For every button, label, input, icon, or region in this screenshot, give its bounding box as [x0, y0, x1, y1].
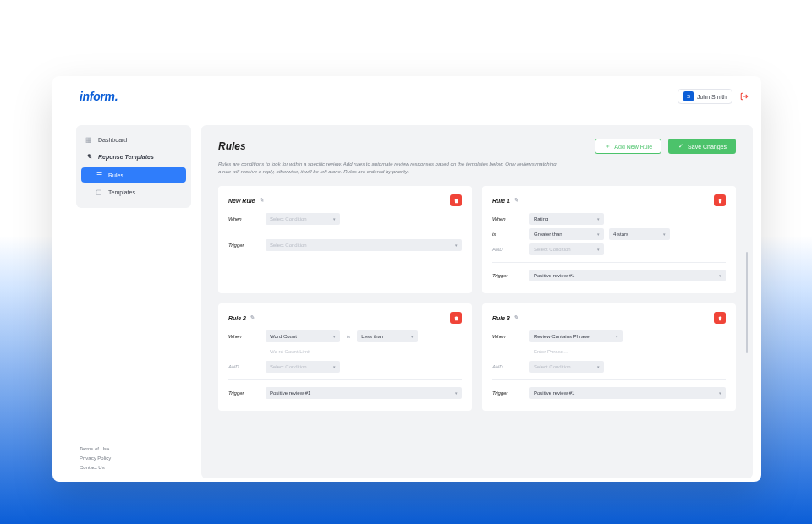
select-trigger[interactable]: Select Condition ▾	[266, 239, 462, 251]
select-condition[interactable]: Select Condition ▾	[266, 361, 340, 373]
divider	[492, 379, 726, 380]
divider	[492, 262, 726, 263]
label-when: When	[492, 216, 524, 221]
legal-links: Terms of Use Privacy Policy Contact Us	[76, 446, 191, 470]
select-when-field[interactable]: Review Contains Phrase ▾	[529, 330, 623, 342]
pencil-icon[interactable]: ✎	[250, 314, 256, 321]
user-name: John Smith	[697, 94, 727, 100]
link-terms[interactable]: Terms of Use	[80, 446, 191, 451]
scrollbar-thumb[interactable]	[746, 252, 748, 353]
delete-rule-button[interactable]	[714, 194, 726, 206]
sidebar: ▦ Dashboard ✎ Reponse Templates ☰ Rules …	[76, 125, 191, 470]
sidebar-item-dashboard[interactable]: ▦ Dashboard	[76, 132, 191, 147]
select-value[interactable]: 4 stars ▾	[609, 228, 670, 240]
rules-description: Rules are conditions to look for within …	[218, 161, 557, 176]
label-trigger: Trigger	[228, 243, 261, 248]
label-is: is	[492, 232, 524, 237]
chevron-down-icon: ▾	[597, 232, 600, 237]
topbar-right: S John Smith	[678, 89, 749, 104]
edit-icon: ✎	[85, 152, 93, 161]
pencil-icon[interactable]: ✎	[259, 197, 266, 204]
chevron-down-icon: ▾	[663, 232, 666, 237]
sidebar-item-templates[interactable]: ▢ Templates	[81, 184, 186, 199]
select-when-field[interactable]: Rating ▾	[529, 213, 604, 225]
card-rule-1: Rule 1 ✎ When Rating ▾ is	[482, 186, 736, 293]
card-title-rule-3: Rule 3 ✎	[492, 314, 520, 321]
plus-icon: ＋	[604, 143, 611, 150]
brand-dot: .	[115, 90, 118, 103]
label-and: AND	[492, 364, 524, 369]
card-rule-2: Rule 2 ✎ When Word Count ▾ is Less	[218, 303, 472, 411]
pencil-icon[interactable]: ✎	[513, 197, 520, 204]
app-window: inform. S John Smith ▦ Dashboard ✎ Repon…	[52, 76, 761, 482]
label-when: When	[492, 334, 524, 339]
chevron-down-icon: ▾	[597, 364, 600, 369]
label-and: AND	[492, 247, 524, 252]
add-new-rule-button[interactable]: ＋ Add New Rule	[595, 139, 661, 154]
sidebar-item-rules[interactable]: ☰ Rules	[81, 167, 186, 183]
sidebar-subnav: ☰ Rules ▢ Templates	[81, 167, 186, 199]
main-panel: Rules ＋ Add New Rule ✓ Save Changes Rule…	[201, 125, 753, 478]
select-condition[interactable]: Select Condition ▾	[529, 361, 604, 373]
word-count-input[interactable]: Wo rd Count Limit	[266, 346, 340, 358]
chevron-down-icon: ▾	[597, 247, 600, 252]
rules-grid: New Rule ✎ When Select Condition ▾	[218, 186, 736, 411]
pencil-icon[interactable]: ✎	[513, 314, 520, 321]
select-condition[interactable]: Select Condition ▾	[529, 243, 604, 255]
card-title-rule-1: Rule 1 ✎	[492, 197, 520, 204]
label-when: When	[228, 334, 261, 339]
rules-icon: ☰	[95, 171, 103, 179]
topbar: inform. S John Smith	[52, 76, 761, 117]
chevron-down-icon: ▾	[333, 364, 336, 369]
chevron-down-icon: ▾	[333, 216, 336, 221]
label-is: is	[345, 334, 352, 339]
delete-rule-button[interactable]	[450, 194, 462, 206]
select-trigger[interactable]: Positive review #1 ▾	[529, 270, 726, 281]
select-operator[interactable]: Less than ▾	[357, 330, 418, 342]
delete-rule-button[interactable]	[714, 312, 726, 324]
select-trigger[interactable]: Positive review #1 ▾	[529, 387, 726, 399]
sidebar-item-response-templates[interactable]: ✎ Reponse Templates	[76, 149, 191, 164]
select-operator[interactable]: Greater than ▾	[529, 228, 604, 240]
chevron-down-icon: ▾	[333, 334, 336, 339]
action-buttons: ＋ Add New Rule ✓ Save Changes	[595, 139, 736, 154]
chevron-down-icon: ▾	[719, 390, 721, 396]
card-title-rule-2: Rule 2 ✎	[228, 314, 256, 321]
card-title-new-rule: New Rule ✎	[228, 197, 266, 204]
card-rule-3: Rule 3 ✎ When Review Contains Phrase ▾	[482, 303, 736, 411]
label-trigger: Trigger	[492, 390, 524, 396]
sidebar-nav: ▦ Dashboard ✎ Reponse Templates ☰ Rules …	[76, 125, 191, 208]
phrase-input[interactable]: Enter Phrase…	[529, 346, 623, 358]
label-and: AND	[228, 364, 261, 369]
grid-icon: ▦	[85, 135, 93, 144]
scrollbar[interactable]	[746, 252, 748, 438]
chevron-down-icon: ▾	[455, 390, 458, 396]
chevron-down-icon: ▾	[455, 243, 458, 248]
brand-logo: inform.	[80, 90, 118, 103]
select-trigger[interactable]: Positive review #1 ▾	[266, 387, 462, 399]
user-chip[interactable]: S John Smith	[678, 89, 732, 104]
link-privacy[interactable]: Privacy Policy	[80, 456, 191, 461]
check-icon: ✓	[678, 143, 684, 150]
brand-name: inform	[80, 90, 115, 103]
select-when-field[interactable]: Word Count ▾	[266, 330, 340, 342]
page-title: Rules	[218, 140, 246, 152]
avatar: S	[683, 91, 694, 101]
templates-icon: ▢	[95, 188, 103, 196]
select-condition[interactable]: Select Condition ▾	[266, 213, 340, 225]
label-trigger: Trigger	[492, 273, 524, 278]
save-changes-button[interactable]: ✓ Save Changes	[668, 139, 736, 154]
chevron-down-icon: ▾	[616, 334, 618, 339]
logout-icon[interactable]	[739, 91, 749, 101]
chevron-down-icon: ▾	[597, 216, 600, 221]
chevron-down-icon: ▾	[719, 273, 721, 278]
label-when: When	[228, 216, 261, 221]
link-contact[interactable]: Contact Us	[80, 465, 191, 470]
main-header: Rules ＋ Add New Rule ✓ Save Changes	[218, 139, 736, 154]
divider	[228, 232, 462, 232]
label-trigger: Trigger	[228, 390, 261, 396]
divider	[228, 379, 462, 380]
delete-rule-button[interactable]	[450, 312, 462, 324]
card-new-rule: New Rule ✎ When Select Condition ▾	[218, 186, 472, 293]
chevron-down-icon: ▾	[411, 334, 414, 339]
